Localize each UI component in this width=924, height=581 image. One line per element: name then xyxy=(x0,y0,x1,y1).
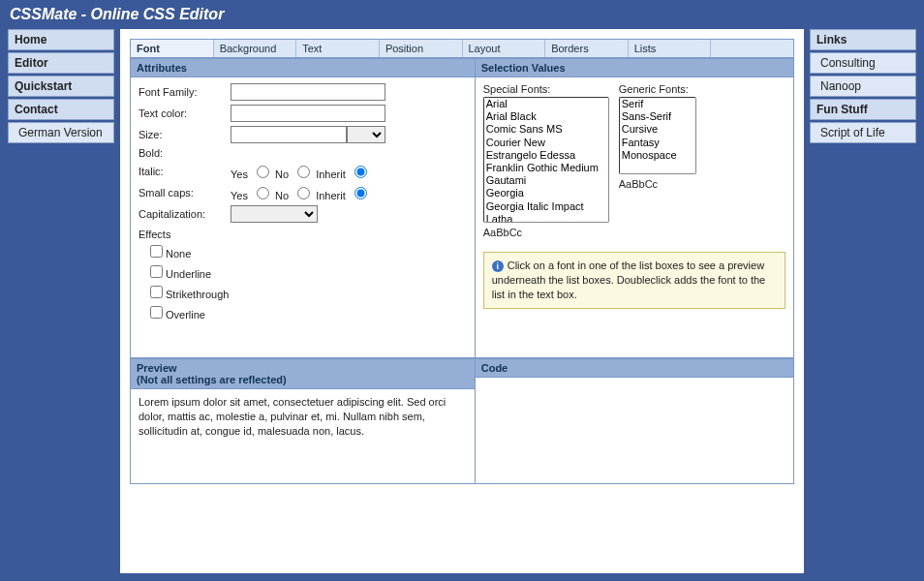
italic-no-label: No xyxy=(275,168,289,180)
label-font-family: Font Family: xyxy=(139,86,231,98)
smallcaps-yes-label: Yes xyxy=(231,190,248,201)
tab-borders[interactable]: Borders xyxy=(545,40,629,57)
rnav-nanoop[interactable]: Nanoop xyxy=(810,76,916,97)
smallcaps-radio-group: Yes No Inherit xyxy=(231,184,370,201)
rnav-funstuff-header: Fun Stuff xyxy=(810,99,916,120)
size-unit-select[interactable] xyxy=(347,126,385,143)
nav-german-version[interactable]: German Version xyxy=(8,122,114,143)
main-panel: Font Background Text Position Layout Bor… xyxy=(120,29,804,573)
selection-header: Selection Values xyxy=(476,59,793,77)
effect-none-label: None xyxy=(166,248,191,260)
italic-radio-group: Yes No Inherit xyxy=(231,163,370,180)
generic-fonts-listbox[interactable]: Serif Sans-Serif Cursive Fantasy Monospa… xyxy=(619,97,696,174)
effect-overline-label: Overline xyxy=(166,309,205,321)
special-fonts-label: Special Fonts: xyxy=(483,83,609,95)
tab-empty[interactable] xyxy=(711,40,793,57)
preview-header: Preview (Not all settings are reflected) xyxy=(131,359,475,389)
tab-layout[interactable]: Layout xyxy=(463,40,546,57)
label-capitalization: Capitalization: xyxy=(139,208,231,220)
generic-fonts-label: Generic Fonts: xyxy=(619,83,696,95)
label-text-color: Text color: xyxy=(139,107,231,119)
left-nav: Home Editor Quickstart Contact German Ve… xyxy=(8,29,114,573)
preview-text: Lorem ipsum dolor sit amet, consectetuer… xyxy=(139,395,467,439)
capitalization-select[interactable] xyxy=(231,205,318,223)
app-title: CSSMate - Online CSS Editor xyxy=(0,0,924,27)
nav-quickstart[interactable]: Quickstart xyxy=(8,76,114,97)
app-window: CSSMate - Online CSS Editor Home Editor … xyxy=(0,0,924,581)
subject-tabs: Font Background Text Position Layout Bor… xyxy=(130,39,794,58)
smallcaps-yes-radio[interactable] xyxy=(257,187,269,199)
tab-font[interactable]: Font xyxy=(131,40,214,57)
tab-background[interactable]: Background xyxy=(214,40,297,57)
effect-underline-checkbox[interactable] xyxy=(150,265,163,278)
effect-none-checkbox[interactable] xyxy=(150,245,163,258)
hint-box: iClick on a font in one of the list boxe… xyxy=(483,252,785,309)
hint-text: Click on a font in one of the list boxes… xyxy=(492,260,766,300)
smallcaps-inherit-label: Inherit xyxy=(316,190,346,201)
effect-overline-checkbox[interactable] xyxy=(150,306,163,319)
smallcaps-inherit-radio[interactable] xyxy=(354,187,367,199)
label-bold: Bold: xyxy=(139,147,231,159)
label-italic: Italic: xyxy=(139,166,231,177)
info-icon: i xyxy=(492,260,504,272)
rnav-scriptoflife[interactable]: Script of Life xyxy=(810,122,916,143)
nav-editor[interactable]: Editor xyxy=(8,52,114,74)
preview-panel: Preview (Not all settings are reflected)… xyxy=(130,358,476,484)
size-input[interactable] xyxy=(231,126,347,143)
preview-header-title: Preview xyxy=(137,362,177,374)
content-area: Home Editor Quickstart Contact German Ve… xyxy=(8,29,916,573)
effect-strikethrough-checkbox[interactable] xyxy=(150,286,163,298)
effects-group: Effects None Underline Strikethrough Ove… xyxy=(139,229,467,321)
code-header: Code xyxy=(476,359,793,378)
italic-no-radio[interactable] xyxy=(297,166,310,178)
code-body xyxy=(476,378,793,483)
effect-strikethrough-label: Strikethrough xyxy=(166,289,229,300)
italic-inherit-radio[interactable] xyxy=(354,166,367,178)
italic-yes-radio[interactable] xyxy=(257,166,269,178)
upper-row: Attributes Font Family: Text color: Size… xyxy=(130,58,794,358)
code-panel: Code xyxy=(476,358,794,484)
attributes-header: Attributes xyxy=(131,59,475,77)
effect-underline-label: Underline xyxy=(166,268,211,280)
label-small-caps: Small caps: xyxy=(139,187,231,199)
right-nav: Links Consulting Nanoop Fun Stuff Script… xyxy=(810,29,916,573)
rnav-links-header: Links xyxy=(810,29,916,50)
attributes-panel: Attributes Font Family: Text color: Size… xyxy=(130,58,476,358)
smallcaps-no-label: No xyxy=(275,190,289,201)
preview-header-sub: (Not all settings are reflected) xyxy=(137,374,469,385)
font-family-input[interactable] xyxy=(231,83,385,101)
smallcaps-no-radio[interactable] xyxy=(297,187,310,199)
tab-lists[interactable]: Lists xyxy=(629,40,712,57)
selection-body: Special Fonts: Arial Arial Black Comic S… xyxy=(476,77,793,357)
generic-sample: AaBbCc xyxy=(619,178,696,190)
preview-body: Lorem ipsum dolor sit amet, consectetuer… xyxy=(131,389,475,483)
special-fonts-listbox[interactable]: Arial Arial Black Comic Sans MS Courier … xyxy=(483,97,609,223)
rnav-consulting[interactable]: Consulting xyxy=(810,52,916,74)
nav-home[interactable]: Home xyxy=(8,29,114,50)
special-sample: AaBbCc xyxy=(483,227,609,238)
text-color-input[interactable] xyxy=(231,105,385,122)
tab-position[interactable]: Position xyxy=(380,40,463,57)
lower-row: Preview (Not all settings are reflected)… xyxy=(130,358,794,484)
italic-inherit-label: Inherit xyxy=(316,168,346,180)
label-effects: Effects xyxy=(139,229,467,240)
selection-panel: Selection Values Special Fonts: Arial Ar… xyxy=(476,58,794,358)
label-size: Size: xyxy=(139,129,231,140)
italic-yes-label: Yes xyxy=(231,168,248,180)
nav-contact[interactable]: Contact xyxy=(8,99,114,120)
tab-text[interactable]: Text xyxy=(296,40,380,57)
attributes-body: Font Family: Text color: Size: xyxy=(131,77,475,357)
